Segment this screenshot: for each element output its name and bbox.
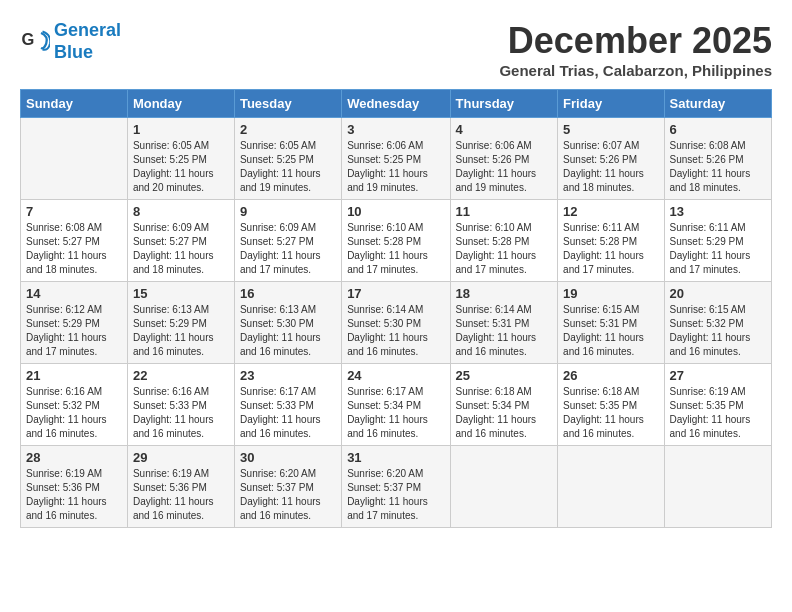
day-number: 9 bbox=[240, 204, 336, 219]
day-info: Sunrise: 6:08 AMSunset: 5:27 PMDaylight:… bbox=[26, 221, 122, 277]
day-number: 26 bbox=[563, 368, 658, 383]
calendar-cell: 3Sunrise: 6:06 AMSunset: 5:25 PMDaylight… bbox=[342, 118, 450, 200]
calendar-cell: 21Sunrise: 6:16 AMSunset: 5:32 PMDayligh… bbox=[21, 364, 128, 446]
day-info: Sunrise: 6:10 AMSunset: 5:28 PMDaylight:… bbox=[456, 221, 553, 277]
day-number: 20 bbox=[670, 286, 766, 301]
day-info: Sunrise: 6:19 AMSunset: 5:35 PMDaylight:… bbox=[670, 385, 766, 441]
calendar-cell: 20Sunrise: 6:15 AMSunset: 5:32 PMDayligh… bbox=[664, 282, 771, 364]
location: General Trias, Calabarzon, Philippines bbox=[499, 62, 772, 79]
calendar-cell: 31Sunrise: 6:20 AMSunset: 5:37 PMDayligh… bbox=[342, 446, 450, 528]
calendar-cell: 27Sunrise: 6:19 AMSunset: 5:35 PMDayligh… bbox=[664, 364, 771, 446]
day-info: Sunrise: 6:18 AMSunset: 5:35 PMDaylight:… bbox=[563, 385, 658, 441]
calendar-cell: 8Sunrise: 6:09 AMSunset: 5:27 PMDaylight… bbox=[127, 200, 234, 282]
column-header-wednesday: Wednesday bbox=[342, 90, 450, 118]
logo-icon: G bbox=[20, 27, 50, 57]
column-header-monday: Monday bbox=[127, 90, 234, 118]
calendar-cell: 25Sunrise: 6:18 AMSunset: 5:34 PMDayligh… bbox=[450, 364, 558, 446]
calendar-cell: 10Sunrise: 6:10 AMSunset: 5:28 PMDayligh… bbox=[342, 200, 450, 282]
calendar-cell: 19Sunrise: 6:15 AMSunset: 5:31 PMDayligh… bbox=[558, 282, 664, 364]
calendar-cell: 7Sunrise: 6:08 AMSunset: 5:27 PMDaylight… bbox=[21, 200, 128, 282]
day-number: 17 bbox=[347, 286, 444, 301]
day-number: 29 bbox=[133, 450, 229, 465]
calendar-cell: 15Sunrise: 6:13 AMSunset: 5:29 PMDayligh… bbox=[127, 282, 234, 364]
day-info: Sunrise: 6:06 AMSunset: 5:25 PMDaylight:… bbox=[347, 139, 444, 195]
calendar-cell: 4Sunrise: 6:06 AMSunset: 5:26 PMDaylight… bbox=[450, 118, 558, 200]
column-header-sunday: Sunday bbox=[21, 90, 128, 118]
day-info: Sunrise: 6:05 AMSunset: 5:25 PMDaylight:… bbox=[133, 139, 229, 195]
day-number: 30 bbox=[240, 450, 336, 465]
day-info: Sunrise: 6:12 AMSunset: 5:29 PMDaylight:… bbox=[26, 303, 122, 359]
day-info: Sunrise: 6:13 AMSunset: 5:30 PMDaylight:… bbox=[240, 303, 336, 359]
calendar-body: 1Sunrise: 6:05 AMSunset: 5:25 PMDaylight… bbox=[21, 118, 772, 528]
column-header-friday: Friday bbox=[558, 90, 664, 118]
calendar-cell: 2Sunrise: 6:05 AMSunset: 5:25 PMDaylight… bbox=[234, 118, 341, 200]
calendar-cell: 12Sunrise: 6:11 AMSunset: 5:28 PMDayligh… bbox=[558, 200, 664, 282]
calendar-cell bbox=[664, 446, 771, 528]
logo: G General Blue bbox=[20, 20, 121, 63]
day-number: 22 bbox=[133, 368, 229, 383]
calendar-cell: 30Sunrise: 6:20 AMSunset: 5:37 PMDayligh… bbox=[234, 446, 341, 528]
day-info: Sunrise: 6:20 AMSunset: 5:37 PMDaylight:… bbox=[240, 467, 336, 523]
day-info: Sunrise: 6:14 AMSunset: 5:31 PMDaylight:… bbox=[456, 303, 553, 359]
calendar-cell bbox=[450, 446, 558, 528]
day-number: 2 bbox=[240, 122, 336, 137]
day-info: Sunrise: 6:17 AMSunset: 5:33 PMDaylight:… bbox=[240, 385, 336, 441]
day-number: 23 bbox=[240, 368, 336, 383]
day-number: 31 bbox=[347, 450, 444, 465]
day-number: 14 bbox=[26, 286, 122, 301]
column-header-thursday: Thursday bbox=[450, 90, 558, 118]
day-number: 16 bbox=[240, 286, 336, 301]
day-info: Sunrise: 6:05 AMSunset: 5:25 PMDaylight:… bbox=[240, 139, 336, 195]
calendar-cell bbox=[558, 446, 664, 528]
day-info: Sunrise: 6:17 AMSunset: 5:34 PMDaylight:… bbox=[347, 385, 444, 441]
calendar-header-row: SundayMondayTuesdayWednesdayThursdayFrid… bbox=[21, 90, 772, 118]
day-number: 1 bbox=[133, 122, 229, 137]
day-number: 7 bbox=[26, 204, 122, 219]
day-number: 3 bbox=[347, 122, 444, 137]
day-info: Sunrise: 6:19 AMSunset: 5:36 PMDaylight:… bbox=[133, 467, 229, 523]
month-title: December 2025 bbox=[499, 20, 772, 62]
calendar-cell bbox=[21, 118, 128, 200]
week-row-5: 28Sunrise: 6:19 AMSunset: 5:36 PMDayligh… bbox=[21, 446, 772, 528]
calendar-cell: 29Sunrise: 6:19 AMSunset: 5:36 PMDayligh… bbox=[127, 446, 234, 528]
calendar-cell: 18Sunrise: 6:14 AMSunset: 5:31 PMDayligh… bbox=[450, 282, 558, 364]
week-row-1: 1Sunrise: 6:05 AMSunset: 5:25 PMDaylight… bbox=[21, 118, 772, 200]
calendar-cell: 17Sunrise: 6:14 AMSunset: 5:30 PMDayligh… bbox=[342, 282, 450, 364]
day-number: 10 bbox=[347, 204, 444, 219]
calendar-cell: 26Sunrise: 6:18 AMSunset: 5:35 PMDayligh… bbox=[558, 364, 664, 446]
calendar-table: SundayMondayTuesdayWednesdayThursdayFrid… bbox=[20, 89, 772, 528]
day-info: Sunrise: 6:15 AMSunset: 5:32 PMDaylight:… bbox=[670, 303, 766, 359]
day-number: 15 bbox=[133, 286, 229, 301]
day-info: Sunrise: 6:11 AMSunset: 5:28 PMDaylight:… bbox=[563, 221, 658, 277]
day-info: Sunrise: 6:10 AMSunset: 5:28 PMDaylight:… bbox=[347, 221, 444, 277]
day-info: Sunrise: 6:08 AMSunset: 5:26 PMDaylight:… bbox=[670, 139, 766, 195]
day-info: Sunrise: 6:19 AMSunset: 5:36 PMDaylight:… bbox=[26, 467, 122, 523]
day-number: 21 bbox=[26, 368, 122, 383]
calendar-cell: 24Sunrise: 6:17 AMSunset: 5:34 PMDayligh… bbox=[342, 364, 450, 446]
day-number: 8 bbox=[133, 204, 229, 219]
calendar-cell: 23Sunrise: 6:17 AMSunset: 5:33 PMDayligh… bbox=[234, 364, 341, 446]
title-block: December 2025 General Trias, Calabarzon,… bbox=[499, 20, 772, 79]
day-number: 13 bbox=[670, 204, 766, 219]
day-number: 5 bbox=[563, 122, 658, 137]
week-row-2: 7Sunrise: 6:08 AMSunset: 5:27 PMDaylight… bbox=[21, 200, 772, 282]
calendar-cell: 14Sunrise: 6:12 AMSunset: 5:29 PMDayligh… bbox=[21, 282, 128, 364]
day-number: 24 bbox=[347, 368, 444, 383]
day-number: 11 bbox=[456, 204, 553, 219]
calendar-cell: 6Sunrise: 6:08 AMSunset: 5:26 PMDaylight… bbox=[664, 118, 771, 200]
calendar-cell: 16Sunrise: 6:13 AMSunset: 5:30 PMDayligh… bbox=[234, 282, 341, 364]
calendar-cell: 9Sunrise: 6:09 AMSunset: 5:27 PMDaylight… bbox=[234, 200, 341, 282]
day-info: Sunrise: 6:14 AMSunset: 5:30 PMDaylight:… bbox=[347, 303, 444, 359]
logo-text: General Blue bbox=[54, 20, 121, 63]
day-number: 18 bbox=[456, 286, 553, 301]
day-number: 28 bbox=[26, 450, 122, 465]
day-info: Sunrise: 6:09 AMSunset: 5:27 PMDaylight:… bbox=[133, 221, 229, 277]
day-number: 27 bbox=[670, 368, 766, 383]
day-info: Sunrise: 6:06 AMSunset: 5:26 PMDaylight:… bbox=[456, 139, 553, 195]
day-info: Sunrise: 6:16 AMSunset: 5:33 PMDaylight:… bbox=[133, 385, 229, 441]
calendar-cell: 5Sunrise: 6:07 AMSunset: 5:26 PMDaylight… bbox=[558, 118, 664, 200]
day-info: Sunrise: 6:20 AMSunset: 5:37 PMDaylight:… bbox=[347, 467, 444, 523]
day-info: Sunrise: 6:16 AMSunset: 5:32 PMDaylight:… bbox=[26, 385, 122, 441]
day-number: 6 bbox=[670, 122, 766, 137]
day-number: 19 bbox=[563, 286, 658, 301]
